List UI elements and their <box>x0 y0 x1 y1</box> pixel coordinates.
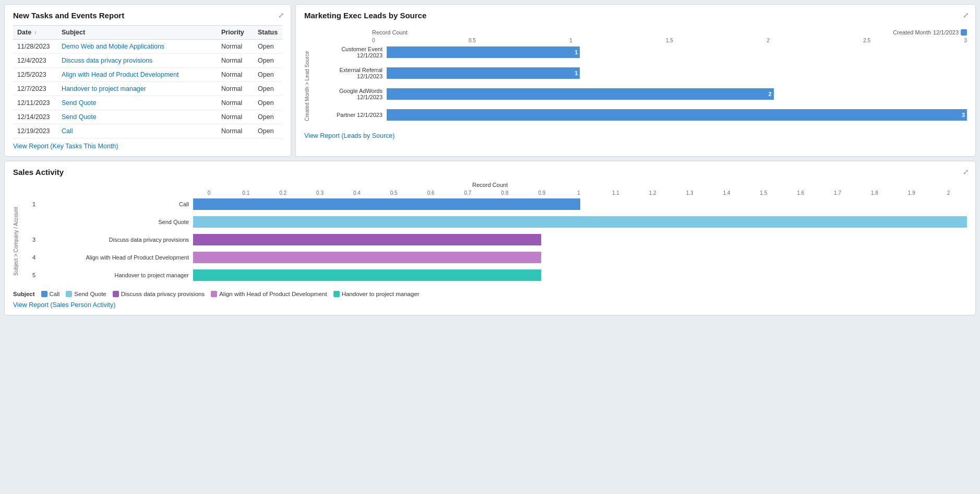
task-subject[interactable]: Align with Head of Product Development <box>57 68 217 82</box>
col-status: Status <box>254 26 282 40</box>
sales-bar-fill <box>193 252 541 263</box>
sales-bar-row: 4 Align with Head of Product Development <box>29 250 967 265</box>
table-row: 12/7/2023 Handover to project manager No… <box>13 82 282 96</box>
task-status: Open <box>254 82 282 96</box>
tasks-expand-icon[interactable]: ⤢ <box>278 11 284 19</box>
task-subject[interactable]: Demo Web and Mobile Applications <box>57 40 217 54</box>
marketing-bar-label: External Referral 12/1/2023 <box>319 67 387 79</box>
task-priority: Normal <box>217 124 254 138</box>
task-priority: Normal <box>217 96 254 110</box>
task-date: 12/4/2023 <box>13 54 57 68</box>
legend-color-box <box>211 291 217 297</box>
marketing-bar-row: Partner 12/1/2023 3 <box>319 107 967 123</box>
sales-legend-item: Align with Head of Product Development <box>211 291 327 297</box>
legend-label: Send Quote <box>74 291 106 297</box>
sales-bar-fill <box>193 216 967 228</box>
sales-bar-track <box>193 198 967 210</box>
col-priority: Priority <box>217 26 254 40</box>
marketing-panel: Marketing Exec Leads by Source ⤢ Record … <box>295 4 976 157</box>
sales-bar-fill <box>193 234 541 245</box>
tasks-view-report-link[interactable]: View Report (Key Tasks This Month) <box>13 143 118 150</box>
task-status: Open <box>254 96 282 110</box>
marketing-bar-track: 1 <box>387 67 967 79</box>
marketing-x-ticks: 0 0.5 1 1.5 2 2.5 3 <box>304 38 967 43</box>
task-status: Open <box>254 40 282 54</box>
task-priority: Normal <box>217 68 254 82</box>
task-status: Open <box>254 68 282 82</box>
sales-chart-body: Subject > Company / Account 1 Call Send … <box>13 197 967 286</box>
sort-arrow: ↑ <box>34 30 37 36</box>
task-priority: Normal <box>217 40 254 54</box>
task-status: Open <box>254 110 282 124</box>
sales-bar-row: 1 Call <box>29 197 967 211</box>
marketing-chart-body: Created Month > Lead Source Customer Eve… <box>304 44 967 128</box>
marketing-bar-label: Customer Event 12/1/2023 <box>319 46 387 58</box>
sales-view-report-link[interactable]: View Report (Sales Person Activity) <box>13 301 115 309</box>
sales-bar-row: 3 Discuss data privacy provisions <box>29 232 967 247</box>
marketing-expand-icon[interactable]: ⤢ <box>963 11 969 19</box>
task-status: Open <box>254 54 282 68</box>
legend-label: Discuss data privacy provisions <box>121 291 205 297</box>
sales-bar-fill <box>193 269 541 281</box>
marketing-bar-value: 3 <box>962 112 965 118</box>
sales-bar-label: Call <box>39 201 193 207</box>
sales-bar-row: 5 Handover to project manager <box>29 268 967 283</box>
sales-x-ticks-row: 00.10.20.30.40.50.60.70.80.911.11.21.31.… <box>13 190 967 196</box>
task-subject[interactable]: Call <box>57 124 217 138</box>
sales-bar-row: Send Quote <box>29 215 967 229</box>
marketing-chart-area: Record Count Created Month 12/1/2023 0 0… <box>304 25 967 128</box>
marketing-legend-date: Created Month 12/1/2023 <box>893 29 967 36</box>
sales-bars-wrapper: 1 Call Send Quote 3 Discuss data privacy… <box>29 197 967 286</box>
legend-label: Call <box>50 291 60 297</box>
marketing-bar-row: External Referral 12/1/2023 1 <box>319 65 967 81</box>
sales-bar-fill <box>193 198 580 210</box>
sales-legend-item: Handover to project manager <box>333 291 420 297</box>
sales-bar-label: Discuss data privacy provisions <box>39 237 193 243</box>
task-subject[interactable]: Send Quote <box>57 96 217 110</box>
sales-legend-item: Send Quote <box>66 291 106 297</box>
sales-bar-track <box>193 269 967 281</box>
task-date: 12/7/2023 <box>13 82 57 96</box>
marketing-bar-track: 3 <box>387 109 967 121</box>
col-subject: Subject <box>57 26 217 40</box>
sales-legend-subject-label: Subject <box>13 291 35 297</box>
sales-bar-label: Handover to project manager <box>39 272 193 278</box>
task-subject[interactable]: Discuss data privacy provisions <box>57 54 217 68</box>
marketing-y-axis-label: Created Month > Lead Source <box>304 44 319 128</box>
marketing-bar-value: 2 <box>769 91 772 97</box>
marketing-bar-label: Google AdWords 12/1/2023 <box>319 88 387 100</box>
legend-label: Align with Head of Product Development <box>219 291 327 297</box>
task-priority: Normal <box>217 82 254 96</box>
col-date[interactable]: Date ↑ <box>13 26 57 40</box>
tasks-panel: New Tasks and Events Report ⤢ Date ↑ Sub… <box>4 4 291 157</box>
tasks-panel-title: New Tasks and Events Report <box>13 11 282 20</box>
sales-legend-item: Call <box>41 291 60 297</box>
marketing-bar-row: Google AdWords 12/1/2023 2 <box>319 86 967 102</box>
marketing-bar-fill: 2 <box>387 88 774 100</box>
task-date: 12/11/2023 <box>13 96 57 110</box>
sales-panel-title: Sales Activity <box>13 168 967 177</box>
marketing-bar-track: 1 <box>387 46 967 58</box>
legend-color-box <box>41 291 47 297</box>
marketing-bar-row: Customer Event 12/1/2023 1 <box>319 44 967 60</box>
marketing-panel-title: Marketing Exec Leads by Source <box>304 11 967 20</box>
sales-legend: Call Send Quote Discuss data privacy pro… <box>41 291 420 297</box>
marketing-bar-label: Partner 12/1/2023 <box>319 112 387 118</box>
marketing-legend-top: Record Count Created Month 12/1/2023 <box>304 29 967 36</box>
task-subject[interactable]: Handover to project manager <box>57 82 217 96</box>
marketing-view-report-link[interactable]: View Report (Leads by Source) <box>304 132 395 139</box>
sales-expand-icon[interactable]: ⤢ <box>963 168 969 176</box>
sales-bar-label: Send Quote <box>39 219 193 225</box>
table-row: 12/11/2023 Send Quote Normal Open <box>13 96 282 110</box>
task-date: 12/14/2023 <box>13 110 57 124</box>
dashboard: New Tasks and Events Report ⤢ Date ↑ Sub… <box>4 4 976 315</box>
marketing-bar-fill: 1 <box>387 67 580 79</box>
marketing-bar-value: 1 <box>575 49 578 55</box>
sales-panel: Sales Activity ⤢ Record Count 00.10.20.3… <box>4 161 976 315</box>
task-priority: Normal <box>217 54 254 68</box>
marketing-bars-wrapper: Customer Event 12/1/2023 1 External Refe… <box>319 44 967 128</box>
table-row: 12/19/2023 Call Normal Open <box>13 124 282 138</box>
task-priority: Normal <box>217 110 254 124</box>
task-subject[interactable]: Send Quote <box>57 110 217 124</box>
sales-bar-num: 5 <box>29 272 39 278</box>
